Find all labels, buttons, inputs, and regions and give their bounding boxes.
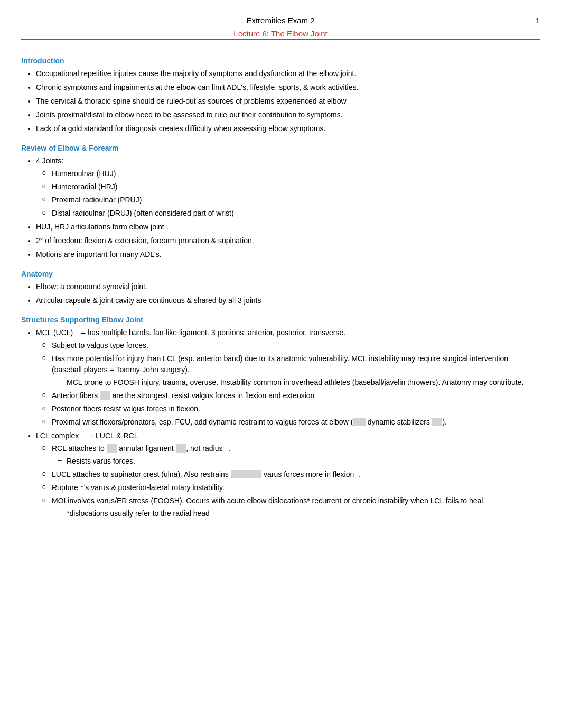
section-introduction-heading: Introduction xyxy=(21,57,540,65)
list-item-lcl: LCL complex - LUCL & RCL RCL attaches to… xyxy=(36,430,540,519)
list-item: LUCL attaches to supinator crest (ulna).… xyxy=(52,469,540,480)
lecture-title-container: Lecture 6: The Elbow Joint xyxy=(21,29,540,47)
list-item-text: 4 Joints: xyxy=(36,156,63,165)
list-item: Articular capsule & joint cavity are con… xyxy=(36,295,540,306)
list-item: RCL attaches to annular ligament , not r… xyxy=(52,443,540,467)
list-item: Humeroulnar (HUJ) xyxy=(52,168,540,179)
list-item: Rupture ↑'s varus & posterior-lateral ro… xyxy=(52,482,540,493)
list-item: Chronic symptoms and impairments at the … xyxy=(36,82,540,93)
section-structures-heading: Structures Supporting Elbow Joint xyxy=(21,316,540,324)
list-item: Anterior fibers are the strongest, resis… xyxy=(52,390,540,401)
list-item: 2° of freedom: flexion & extension, fore… xyxy=(36,235,540,246)
list-item: *dislocations usually refer to the radia… xyxy=(67,508,540,519)
list-item: Posterior fibers resist valgus forces in… xyxy=(52,403,540,414)
lcl-sub-sublist: Resists varus forces. xyxy=(52,456,540,467)
page-title: Extremities Exam 2 xyxy=(37,16,524,25)
list-item: HUJ, HRJ articulations form elbow joint … xyxy=(36,222,540,233)
lcl-text: LCL complex - LUCL & RCL xyxy=(36,431,138,440)
list-item: Lack of a gold standard for diagnosis cr… xyxy=(36,123,540,134)
lecture-title: Lecture 6: The Elbow Joint xyxy=(21,29,540,40)
section-anatomy-heading: Anatomy xyxy=(21,270,540,278)
section-review-heading: Review of Elbow & Forearm xyxy=(21,144,540,152)
list-item: Resists varus forces. xyxy=(67,456,540,467)
list-item: Proximal radioulnar (PRUJ) xyxy=(52,195,540,206)
list-item: Proximal wrist flexors/pronators, esp. F… xyxy=(52,417,540,428)
mcl-sub-sublist: MCL prone to FOOSH injury, trauma, overu… xyxy=(52,377,540,388)
lcl-sublist: RCL attaches to annular ligament , not r… xyxy=(36,443,540,519)
list-item-mcl: MCL (UCL) – has multiple bands. fan-like… xyxy=(36,327,540,428)
list-item: 4 Joints: Humeroulnar (HUJ) Humeroradial… xyxy=(36,155,540,219)
introduction-list: Occupational repetitive injuries cause t… xyxy=(21,68,540,134)
list-item: Subject to valgus type forces. xyxy=(52,340,540,351)
lcl-sub-sublist2: *dislocations usually refer to the radia… xyxy=(52,508,540,519)
joints-sublist: Humeroulnar (HUJ) Humeroradial (HRJ) Pro… xyxy=(36,168,540,219)
list-item: Distal radioulnar (DRUJ) (often consider… xyxy=(52,208,540,219)
list-item: MCL prone to FOOSH injury, trauma, overu… xyxy=(67,377,540,388)
list-item: Joints proximal/distal to elbow need to … xyxy=(36,109,540,121)
list-item: Elbow: a compound synovial joint. xyxy=(36,281,540,292)
list-item: Humeroradial (HRJ) xyxy=(52,181,540,192)
page-number: 1 xyxy=(524,16,540,25)
structures-list: MCL (UCL) – has multiple bands. fan-like… xyxy=(21,327,540,519)
review-list: 4 Joints: Humeroulnar (HUJ) Humeroradial… xyxy=(21,155,540,260)
list-item: Has more potential for injury than LCL (… xyxy=(52,353,540,388)
list-item: Occupational repetitive injuries cause t… xyxy=(36,68,540,79)
mcl-text: MCL (UCL) – has multiple bands. fan-like… xyxy=(36,328,345,337)
page-header: Extremities Exam 2 1 xyxy=(21,16,540,25)
list-item: The cervical & thoracic spine should be … xyxy=(36,96,540,107)
list-item: MOI involves varus/ER stress (FOOSH). Oc… xyxy=(52,495,540,519)
anatomy-list: Elbow: a compound synovial joint. Articu… xyxy=(21,281,540,306)
list-item: Motions are important for many ADL's. xyxy=(36,249,540,260)
mcl-sublist: Subject to valgus type forces. Has more … xyxy=(36,340,540,428)
